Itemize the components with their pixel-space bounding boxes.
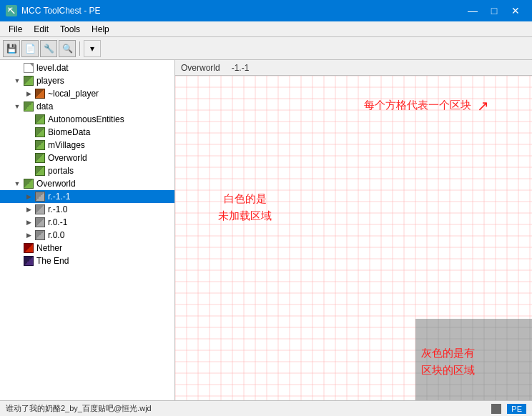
tree-item-players[interactable]: ▼ players	[0, 74, 174, 87]
menu-tools[interactable]: Tools	[54, 23, 86, 36]
chunk-coords: -1.-1	[232, 63, 250, 73]
tree-item-biome[interactable]: BiomeData	[0, 126, 174, 139]
cube-icon	[34, 204, 46, 215]
expander	[23, 165, 34, 177]
tree-item-portals[interactable]: portals	[0, 164, 174, 177]
tree-label: BiomeData	[48, 127, 90, 137]
toolbar-save[interactable]: 💾	[3, 40, 20, 57]
cube-icon	[34, 191, 46, 202]
expander	[11, 255, 23, 267]
tree-item-overworld[interactable]: ▼ Overworld	[0, 177, 174, 190]
app-icon: ⛏	[6, 5, 17, 16]
maximize-button[interactable]: □	[483, 0, 505, 21]
chunk-dimension: Overworld	[181, 63, 220, 73]
toolbar-new[interactable]: 📄	[21, 40, 39, 57]
expander	[23, 152, 34, 164]
folder-icon	[23, 75, 34, 86]
tree-label: r.-1.0	[48, 204, 67, 214]
tree-label: portals	[48, 166, 74, 176]
cube-icon	[23, 178, 34, 189]
minimize-button[interactable]: —	[462, 0, 483, 21]
status-icon	[491, 404, 501, 414]
cube-icon	[34, 114, 46, 125]
tree-label: Overworld	[36, 179, 76, 189]
tree-label: r.-1.-1	[48, 192, 70, 202]
tree-item-data[interactable]: ▼ data	[0, 100, 174, 113]
tree-item-r-1-0[interactable]: ▶ r.-1.0	[0, 203, 174, 216]
tree-label: level.dat	[36, 63, 69, 73]
tree-label: r.0.0	[48, 230, 64, 240]
svg-rect-3	[415, 319, 532, 400]
tree-item-mvillages[interactable]: mVillages	[0, 139, 174, 152]
toolbar-separator	[79, 41, 80, 56]
tree-item-r-1-1[interactable]: ▶ r.-1.-1	[0, 190, 174, 203]
file-icon	[23, 62, 34, 74]
tree-label: r.0.-1	[48, 217, 67, 227]
status-edition: PE	[507, 404, 526, 414]
expander	[11, 242, 23, 254]
expander	[11, 62, 23, 74]
status-text: 谁动了我的奶酪2_by_百度贴吧@恒光.wjd	[6, 403, 491, 414]
tree-label: Overworld	[48, 153, 87, 163]
expander	[23, 127, 34, 138]
status-bar: 谁动了我的奶酪2_by_百度贴吧@恒光.wjd PE	[0, 400, 532, 416]
toolbar-dropdown[interactable]: ▾	[84, 40, 101, 57]
tree-item-r0-0[interactable]: ▶ r.0.0	[0, 229, 174, 242]
cube-icon	[34, 229, 46, 241]
title-bar: ⛏ MCC ToolChest - PE — □ ✕	[0, 0, 532, 21]
menu-edit[interactable]: Edit	[28, 23, 54, 36]
expander: ▶	[23, 88, 34, 99]
tree-item-the-end[interactable]: The End	[0, 254, 174, 267]
cube-icon	[23, 242, 34, 254]
expander: ▶	[23, 191, 34, 202]
tree-item-r0-1[interactable]: ▶ r.0.-1	[0, 216, 174, 229]
main-content: level.dat ▼ players ▶ ~local_player ▼	[0, 60, 532, 400]
cube-icon	[23, 101, 34, 112]
chunk-panel: Overworld -1.-1	[175, 60, 532, 400]
tree-label: Nether	[36, 243, 62, 253]
cube-icon	[34, 139, 46, 151]
cube-icon	[34, 217, 46, 228]
cube-icon	[23, 255, 34, 267]
cube-icon	[34, 88, 46, 99]
toolbar-search[interactable]: 🔍	[59, 40, 76, 57]
chunk-grid-svg	[175, 76, 532, 400]
title-text: MCC ToolChest - PE	[21, 6, 100, 16]
tree-label: players	[36, 76, 64, 86]
tree-panel: level.dat ▼ players ▶ ~local_player ▼	[0, 60, 175, 400]
expander	[23, 114, 34, 125]
tree-label: data	[36, 101, 53, 112]
expander: ▶	[23, 229, 34, 241]
close-button[interactable]: ✕	[505, 0, 526, 21]
chunk-map[interactable]: 每个方格代表一个区块 ↗ 白色的是未加载区域 灰色的是有区块的区域	[175, 76, 532, 400]
expander: ▼	[11, 101, 23, 112]
expander: ▶	[23, 217, 34, 228]
menu-file[interactable]: File	[3, 23, 28, 36]
title-controls: — □ ✕	[462, 0, 526, 21]
expander	[23, 139, 34, 151]
expander: ▼	[11, 178, 23, 189]
menu-help[interactable]: Help	[86, 23, 115, 36]
tree-label: The End	[36, 256, 69, 266]
tree-label: AutonomousEntities	[48, 114, 124, 124]
toolbar-tools[interactable]: 🔧	[40, 40, 57, 57]
menu-bar: File Edit Tools Help	[0, 21, 532, 37]
tree-item-overworld-data[interactable]: Overworld	[0, 152, 174, 164]
tree-item-autonomous[interactable]: AutonomousEntities	[0, 113, 174, 126]
toolbar: 💾 📄 🔧 🔍 ▾	[0, 37, 532, 60]
title-bar-left: ⛏ MCC ToolChest - PE	[6, 5, 100, 16]
tree-item-leveldat[interactable]: level.dat	[0, 61, 174, 74]
expander: ▶	[23, 204, 34, 215]
expander: ▼	[11, 75, 23, 86]
cube-icon	[34, 152, 46, 164]
tree-label: ~local_player	[48, 89, 99, 99]
tree-item-local-player[interactable]: ▶ ~local_player	[0, 87, 174, 100]
tree-label: mVillages	[48, 140, 85, 150]
cube-icon	[34, 165, 46, 177]
tree-item-nether[interactable]: Nether	[0, 242, 174, 254]
chunk-header: Overworld -1.-1	[175, 60, 532, 76]
cube-icon	[34, 127, 46, 138]
